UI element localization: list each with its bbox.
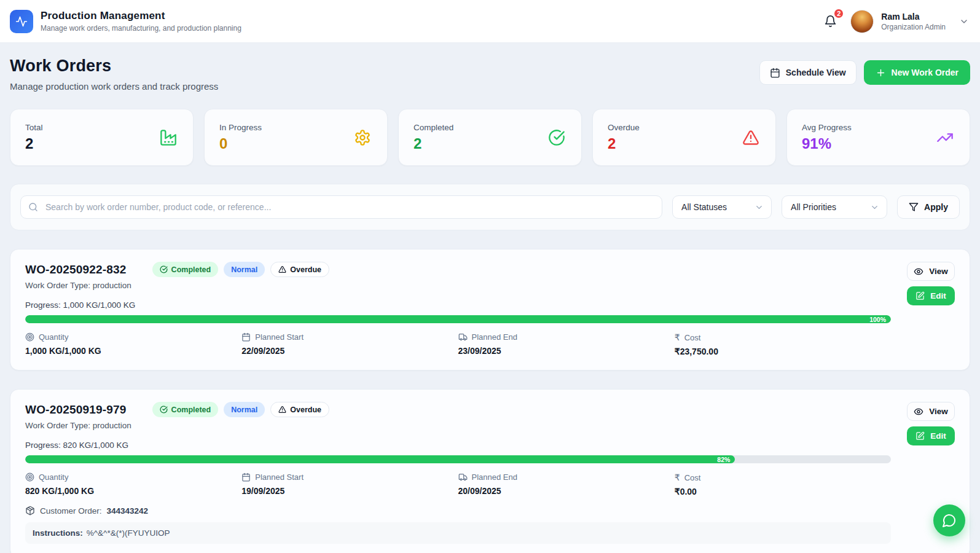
detail-cost: ₹ Cost ₹23,750.00 [675, 332, 891, 356]
planned-start-label: Planned Start [255, 332, 304, 342]
priority-badge-label: Normal [231, 265, 257, 274]
status-badge-label: Completed [171, 265, 211, 274]
alert-triangle-icon [742, 129, 759, 146]
stat-value: 2 [414, 135, 453, 152]
edit-pencil-icon [915, 291, 925, 300]
view-label: View [929, 407, 948, 416]
stat-label: In Progress [219, 123, 262, 132]
notification-badge: 2 [833, 8, 844, 19]
user-name: Ram Lala [881, 12, 946, 22]
chevron-down-icon [755, 203, 764, 212]
customer-order-label: Customer Order: [40, 506, 102, 516]
stat-label: Avg Progress [802, 123, 852, 132]
instructions-box: Instructions:%^&^*&(*)(FYUYUIOP [25, 522, 891, 544]
filter-bar: All Statuses All Priorities Apply [10, 184, 970, 230]
cost-label: Cost [684, 473, 701, 482]
funnel-icon [909, 202, 919, 212]
edit-button[interactable]: Edit [907, 286, 955, 305]
factory-icon [160, 129, 177, 146]
apply-label: Apply [924, 202, 948, 212]
user-menu[interactable]: Ram Lala Organization Admin [850, 10, 969, 33]
chevron-down-icon [870, 203, 879, 212]
view-button[interactable]: View [907, 262, 955, 281]
edit-label: Edit [930, 431, 946, 441]
work-order-card: WO-20250919-979 Completed Normal [10, 389, 970, 553]
chat-button[interactable] [933, 504, 965, 536]
chevron-down-icon [959, 17, 969, 26]
check-circle-icon [160, 265, 168, 273]
edit-button[interactable]: Edit [907, 426, 955, 445]
app-logo [10, 10, 33, 33]
work-order-number: WO-20250919-979 [25, 403, 127, 417]
apply-filters-button[interactable]: Apply [897, 195, 960, 219]
stat-value: 91% [802, 135, 852, 152]
planned-start-value: 22/09/2025 [241, 346, 458, 356]
overdue-badge: Overdue [270, 262, 329, 277]
user-role: Organization Admin [881, 23, 946, 31]
stat-value: 0 [219, 135, 262, 152]
app-subtitle: Manage work orders, manufacturing, and p… [41, 24, 241, 33]
view-label: View [929, 267, 948, 276]
notifications-button[interactable]: 2 [821, 12, 839, 30]
detail-planned-start: Planned Start 19/09/2025 [241, 473, 458, 496]
stat-label: Completed [414, 123, 453, 132]
planned-end-value: 23/09/2025 [458, 346, 675, 356]
quantity-value: 1,000 KG/1,000 KG [25, 346, 241, 356]
cost-label: Cost [684, 333, 701, 342]
schedule-view-button[interactable]: Schedule View [759, 60, 857, 85]
truck-icon [458, 473, 468, 482]
app-title: Production Management [41, 10, 241, 22]
quantity-label: Quantity [39, 473, 68, 482]
truck-icon [458, 332, 468, 342]
edit-label: Edit [930, 291, 946, 300]
status-badge: Completed [152, 402, 219, 417]
stat-label: Total [25, 123, 43, 132]
instructions-label: Instructions: [33, 528, 83, 538]
progress-bar: 100% [25, 315, 891, 323]
new-work-order-button[interactable]: New Work Order [864, 60, 970, 85]
stat-card-total: Total 2 [10, 109, 194, 166]
priority-badge: Normal [224, 262, 265, 277]
planned-end-label: Planned End [472, 473, 517, 482]
detail-planned-end: Planned End 20/09/2025 [458, 473, 675, 496]
work-order-card: WO-20250922-832 Completed Normal [10, 249, 970, 371]
calendar-icon [241, 332, 251, 342]
alert-triangle-icon [278, 406, 286, 414]
progress-percent: 100% [869, 316, 891, 323]
target-icon [25, 332, 34, 342]
customer-order-row: Customer Order: 344343242 [25, 506, 891, 516]
page-subtitle: Manage production work orders and track … [10, 81, 218, 92]
customer-order-number: 344343242 [107, 506, 149, 516]
overdue-badge-label: Overdue [290, 406, 321, 414]
priority-filter-select[interactable]: All Priorities [782, 195, 887, 219]
work-order-number: WO-20250922-832 [25, 263, 127, 276]
stats-row: Total 2 In Progress 0 Completed 2 [10, 109, 970, 166]
status-filter-select[interactable]: All Statuses [672, 195, 772, 219]
progress-percent: 82% [717, 456, 735, 463]
calendar-icon [770, 68, 780, 78]
target-icon [25, 473, 34, 482]
quantity-value: 820 KG/1,000 KG [25, 486, 241, 496]
planned-end-label: Planned End [472, 332, 517, 342]
detail-planned-start: Planned Start 22/09/2025 [241, 332, 458, 356]
status-filter-value: All Statuses [681, 202, 727, 212]
planned-start-label: Planned Start [255, 473, 304, 482]
search-input[interactable] [20, 195, 662, 219]
overdue-badge: Overdue [270, 402, 329, 417]
detail-quantity: Quantity 820 KG/1,000 KG [25, 473, 241, 496]
progress-bar: 82% [25, 455, 891, 463]
detail-quantity: Quantity 1,000 KG/1,000 KG [25, 332, 241, 356]
overdue-badge-label: Overdue [290, 265, 321, 274]
trending-up-icon [936, 129, 954, 146]
activity-icon [15, 15, 28, 28]
view-button[interactable]: View [907, 402, 955, 421]
work-order-type: Work Order Type: production [25, 281, 891, 290]
progress-label: Progress: 820 KG/1,000 KG [25, 441, 891, 450]
cost-value: ₹23,750.00 [675, 347, 891, 356]
priority-filter-value: All Priorities [791, 202, 836, 212]
planned-end-value: 20/09/2025 [458, 486, 675, 496]
app-header: Production Management Manage work orders… [0, 0, 980, 43]
edit-pencil-icon [915, 431, 925, 441]
status-badge-label: Completed [171, 406, 211, 414]
priority-badge-label: Normal [231, 406, 257, 414]
